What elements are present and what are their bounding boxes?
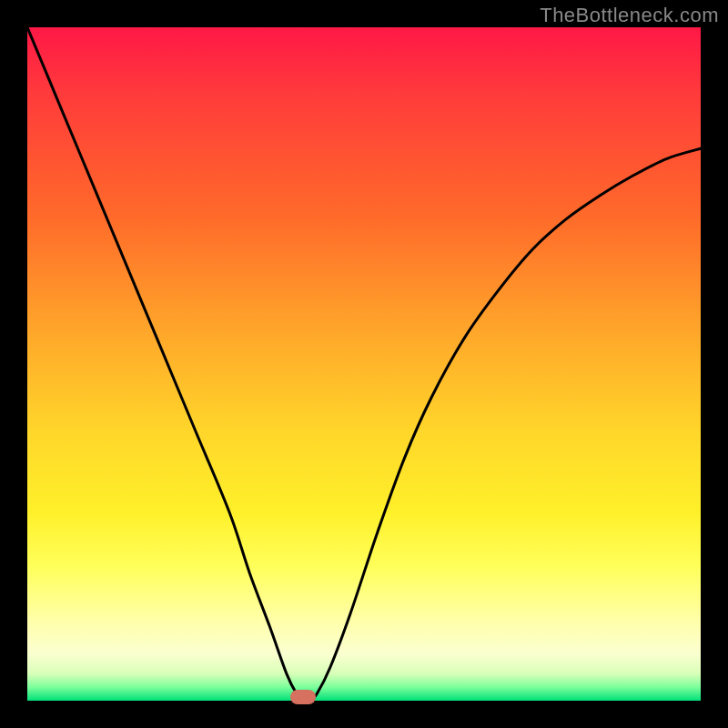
plot-area (27, 27, 701, 701)
watermark-text: TheBottleneck.com (540, 4, 719, 27)
optimal-point-marker (290, 690, 316, 704)
chart-frame: TheBottleneck.com (0, 0, 728, 728)
bottleneck-curve (27, 27, 701, 701)
